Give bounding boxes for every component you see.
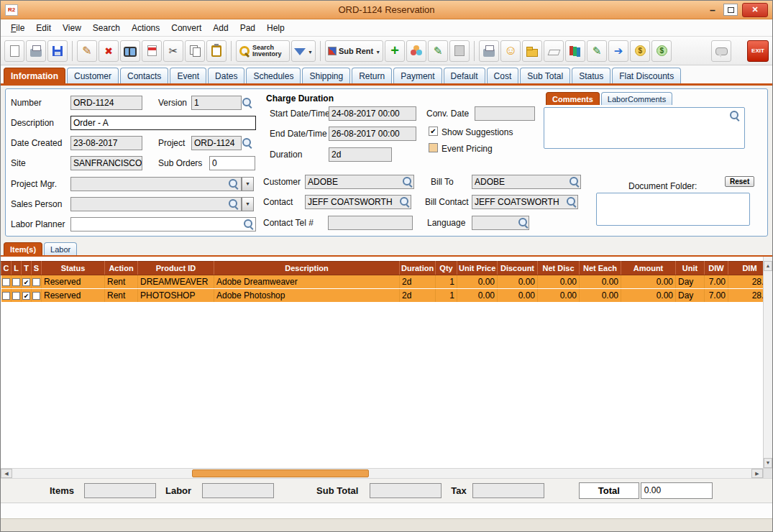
bill-contact-field[interactable]: JEFF COATSWORTH (472, 195, 578, 209)
cell-duration[interactable]: 2d (400, 275, 436, 289)
save-button[interactable] (47, 40, 68, 62)
cell-diw[interactable]: 7.00 (705, 275, 728, 289)
col-header-discount[interactable]: Discount (498, 262, 538, 275)
maximize-button[interactable] (723, 4, 738, 16)
close-button[interactable] (742, 3, 768, 17)
customer-search-icon[interactable] (402, 176, 413, 187)
end-date-field[interactable]: 26-08-2017 00:00 (329, 127, 416, 141)
tab-sub-total[interactable]: Sub Total (520, 68, 570, 83)
horizontal-scrollbar[interactable]: ◀ ▶ (1, 468, 772, 478)
tab-schedules[interactable]: Schedules (246, 68, 301, 83)
cell-description[interactable]: Adobe Photoshop (214, 289, 400, 303)
cell-net-each[interactable]: 0.00 (580, 275, 621, 289)
copy-button[interactable] (185, 40, 205, 62)
col-header-status[interactable]: Status (42, 262, 105, 275)
date-created-field[interactable]: 23-08-2017 (70, 136, 142, 150)
app-icon[interactable]: R2 (5, 4, 18, 16)
tab-contacts[interactable]: Contacts (120, 68, 168, 83)
delete-button[interactable] (99, 40, 119, 62)
row-checkbox-s[interactable] (32, 278, 40, 286)
tab-labor[interactable]: Labor (44, 242, 77, 255)
new-document-button[interactable] (4, 40, 24, 62)
cell-net-each[interactable]: 0.00 (580, 289, 621, 303)
cell-unit[interactable]: Day (676, 275, 705, 289)
tab-customer[interactable]: Customer (67, 68, 119, 83)
exit-button[interactable]: EXIT (747, 40, 769, 62)
comments-search-icon[interactable] (729, 110, 740, 121)
print-preview-button[interactable] (479, 40, 499, 62)
labor-planner-search-icon[interactable] (243, 219, 254, 229)
tab-labor-comments[interactable]: LaborComments (601, 92, 672, 105)
row-checkbox-c[interactable] (2, 278, 10, 286)
edit-note-button[interactable] (428, 40, 448, 62)
row-checkbox-t[interactable]: ✔ (22, 278, 30, 286)
bill-to-search-icon[interactable] (569, 176, 580, 187)
cell-net-disc[interactable]: 0.00 (538, 275, 580, 289)
pricing-button[interactable] (630, 40, 650, 62)
tab-cost[interactable]: Cost (487, 68, 519, 83)
document-folder-box[interactable] (596, 193, 750, 226)
col-header-net-disc[interactable]: Net Disc (538, 262, 580, 275)
sales-person-search-icon[interactable] (228, 198, 239, 209)
comments-textarea[interactable] (544, 107, 745, 149)
row-checkbox-s[interactable] (32, 292, 40, 300)
number-field[interactable]: ORD-1124 (70, 96, 142, 110)
project-field[interactable]: ORD-1124 (191, 136, 242, 150)
menu-view[interactable]: View (57, 21, 87, 35)
col-header-unit-price[interactable]: Unit Price (457, 262, 498, 275)
cell-amount[interactable]: 0.00 (621, 275, 676, 289)
show-suggestions-checkbox[interactable]: ✔ (429, 127, 438, 136)
cell-diw[interactable]: 7.00 (705, 289, 728, 303)
table-row[interactable]: ✔ Reserved Rent PHOTOSHOP Adobe Photosho… (1, 289, 764, 303)
start-date-field[interactable]: 24-08-2017 00:00 (329, 106, 416, 121)
col-header-c[interactable]: C (1, 262, 12, 275)
clear-button[interactable] (544, 40, 564, 62)
tab-information[interactable]: Information (4, 68, 65, 83)
tab-default[interactable]: Default (444, 68, 485, 83)
pad-button[interactable] (449, 40, 470, 62)
customer-field[interactable]: ADOBE (305, 175, 414, 189)
kit-button[interactable] (406, 40, 426, 62)
menu-edit[interactable]: Edit (30, 21, 57, 35)
cell-net-disc[interactable]: 0.00 (538, 289, 580, 303)
cut-button[interactable] (163, 40, 183, 62)
project-mgr-field[interactable] (70, 177, 242, 191)
col-header-s[interactable]: S (32, 262, 42, 275)
cell-status[interactable]: Reserved (42, 289, 105, 303)
reset-button[interactable]: Reset (725, 176, 754, 187)
edit-note2-button[interactable] (587, 40, 607, 62)
comment-bubble-button[interactable] (711, 40, 731, 62)
cell-action[interactable]: Rent (105, 275, 138, 289)
row-checkbox-t[interactable]: ✔ (22, 292, 30, 300)
scroll-left-icon[interactable]: ◀ (1, 469, 12, 478)
col-header-product-id[interactable]: Product ID (138, 262, 214, 275)
tab-items[interactable]: Item(s) (4, 242, 42, 255)
cell-action[interactable]: Rent (105, 289, 138, 303)
catalog-button[interactable] (565, 40, 585, 62)
cell-dim[interactable]: 28.0 (728, 275, 764, 289)
cell-product-id[interactable]: PHOTOSHOP (138, 289, 214, 303)
cell-dim[interactable]: 28.0 (728, 289, 764, 303)
col-header-amount[interactable]: Amount (621, 262, 676, 275)
contact-field[interactable]: JEFF COATSWORTH (305, 195, 411, 209)
menu-search[interactable]: Search (87, 21, 126, 35)
tab-return[interactable]: Return (352, 68, 392, 83)
cell-discount[interactable]: 0.00 (498, 275, 538, 289)
cell-amount[interactable]: 0.00 (621, 289, 676, 303)
vertical-scrollbar[interactable]: ▲ ▼ (763, 257, 772, 468)
paste-button[interactable] (206, 40, 227, 62)
menu-actions[interactable]: Actions (126, 21, 165, 35)
event-pricing-checkbox[interactable] (429, 143, 438, 152)
bill-contact-search-icon[interactable] (566, 196, 577, 207)
project-mgr-search-icon[interactable] (228, 178, 239, 189)
cell-duration[interactable]: 2d (400, 289, 436, 303)
row-checkbox-l[interactable] (12, 292, 20, 300)
search-inventory-button[interactable]: Search Inventory (236, 40, 290, 62)
col-header-qty[interactable]: Qty (436, 262, 457, 275)
description-field[interactable]: Order - A (70, 116, 256, 130)
bill-to-field[interactable]: ADOBE (472, 175, 581, 189)
cell-unit-price[interactable]: 0.00 (457, 275, 498, 289)
site-field[interactable]: SANFRANCISCO (70, 156, 142, 170)
minimize-button[interactable] (706, 4, 719, 16)
col-header-l[interactable]: L (12, 262, 22, 275)
